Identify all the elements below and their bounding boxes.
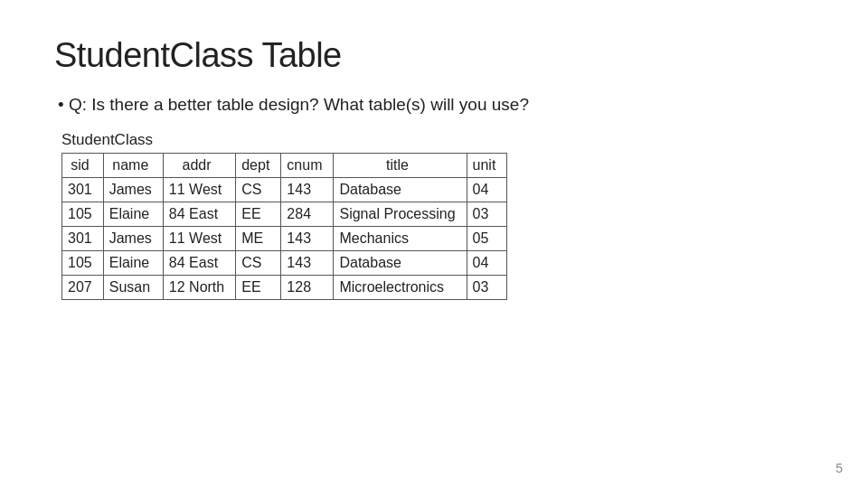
table-row: 301James11 WestME143Mechanics05 — [62, 227, 507, 251]
bullet-symbol: • — [58, 95, 69, 114]
table-header-cell: sid — [62, 154, 104, 178]
bullet-text: • Q: Is there a better table design? Wha… — [58, 95, 814, 115]
table-cell: 04 — [467, 251, 507, 276]
table-cell: 207 — [62, 276, 104, 300]
table-row: 105Elaine84 EastEE284Signal Processing03 — [62, 202, 507, 227]
page-title: StudentClass Table — [54, 36, 814, 75]
table-cell: 84 East — [163, 202, 235, 227]
table-cell: 105 — [62, 202, 104, 227]
table-cell: Microelectronics — [334, 276, 467, 300]
table-header-cell: unit — [467, 154, 507, 178]
table-cell: 143 — [281, 227, 334, 251]
table-header-cell: cnum — [281, 154, 334, 178]
slide: StudentClass Table • Q: Is there a bette… — [0, 0, 868, 488]
table-cell: EE — [236, 202, 281, 227]
table-cell: CS — [236, 178, 281, 202]
table-header-cell: name — [103, 154, 163, 178]
page-number: 5 — [835, 461, 843, 475]
table-cell: 03 — [467, 202, 507, 227]
table-cell: 128 — [281, 276, 334, 300]
table-cell: James — [103, 227, 163, 251]
table-cell: Database — [334, 178, 467, 202]
student-class-table: sidnameaddrdeptcnumtitleunit 301James11 … — [61, 153, 507, 300]
table-header-row: sidnameaddrdeptcnumtitleunit — [62, 154, 507, 178]
table-cell: 05 — [467, 227, 507, 251]
table-label: StudentClass — [61, 131, 814, 149]
table-cell: 04 — [467, 178, 507, 202]
table-row: 105Elaine84 EastCS143Database04 — [62, 251, 507, 276]
table-cell: 03 — [467, 276, 507, 300]
table-cell: 84 East — [163, 251, 235, 276]
table-cell: 143 — [281, 251, 334, 276]
table-cell: 105 — [62, 251, 104, 276]
table-header-cell: dept — [236, 154, 281, 178]
table-cell: Database — [334, 251, 467, 276]
table-cell: 301 — [62, 227, 104, 251]
table-cell: 11 West — [163, 227, 235, 251]
table-wrapper: sidnameaddrdeptcnumtitleunit 301James11 … — [61, 153, 814, 300]
bullet-content: Q: Is there a better table design? What … — [69, 95, 529, 114]
table-cell: James — [103, 178, 163, 202]
table-header-cell: title — [334, 154, 467, 178]
table-row: 301James11 WestCS143Database04 — [62, 178, 507, 202]
table-cell: Elaine — [103, 202, 163, 227]
table-row: 207Susan12 NorthEE128Microelectronics03 — [62, 276, 507, 300]
table-cell: Susan — [103, 276, 163, 300]
table-cell: EE — [236, 276, 281, 300]
table-cell: 284 — [281, 202, 334, 227]
table-cell: ME — [236, 227, 281, 251]
table-cell: 11 West — [163, 178, 235, 202]
table-cell: 143 — [281, 178, 334, 202]
table-cell: Elaine — [103, 251, 163, 276]
table-cell: 301 — [62, 178, 104, 202]
table-header-cell: addr — [163, 154, 235, 178]
table-cell: 12 North — [163, 276, 235, 300]
table-cell: Signal Processing — [334, 202, 467, 227]
table-cell: Mechanics — [334, 227, 467, 251]
table-cell: CS — [236, 251, 281, 276]
